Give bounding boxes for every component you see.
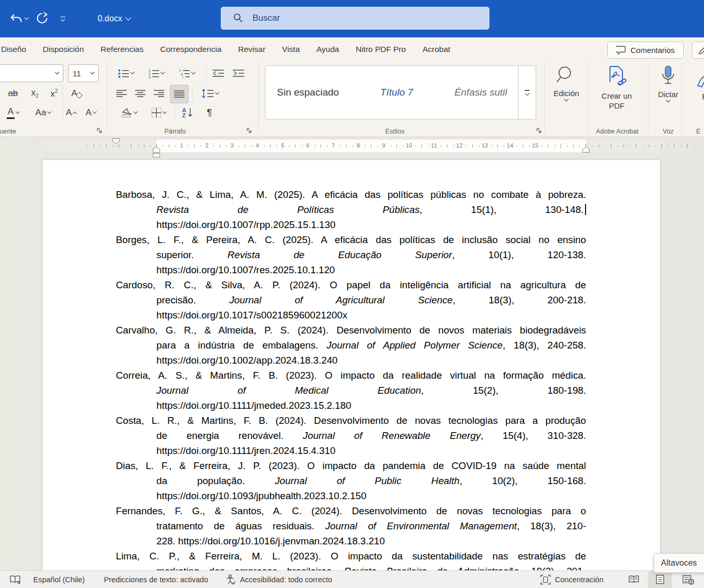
editing-menu-label: Edición	[553, 89, 579, 98]
bullets-icon	[118, 68, 129, 78]
grow-font-button[interactable]: A	[62, 103, 80, 122]
tab-nitro-pdf-pro[interactable]: Nitro PDF Pro	[348, 37, 414, 61]
web-layout-button[interactable]	[675, 571, 701, 588]
reference-line: Cardoso, R. C., & Silva, A. P. (2024). O…	[116, 277, 586, 292]
multilevel-chevron-icon[interactable]	[191, 70, 195, 74]
accessibility-status[interactable]: Accesibilidad: todo correcto	[225, 571, 332, 588]
align-center-button[interactable]	[132, 85, 148, 102]
underline-chevron-icon[interactable]	[16, 110, 20, 114]
style-sin-espaciado[interactable]: Sin espaciado	[277, 87, 339, 98]
increase-indent-button[interactable]	[230, 64, 247, 82]
tab-disposición[interactable]: Disposición	[34, 37, 92, 61]
text-effects-button[interactable]: A	[66, 85, 87, 102]
strikethrough-button[interactable]: ab	[2, 85, 24, 102]
tab-revisar[interactable]: Revisar	[230, 37, 274, 61]
reference-line: para a indústria de embalagens. Journal …	[116, 338, 586, 353]
ruler-number: 1	[180, 142, 183, 149]
justify-button[interactable]	[170, 85, 189, 103]
group-separator	[648, 63, 648, 133]
microphone-icon	[660, 65, 676, 88]
tab-diseño[interactable]: Diseño	[0, 37, 34, 61]
subscript-button[interactable]: x2	[26, 85, 44, 102]
bullets-chevron-icon[interactable]	[130, 70, 134, 74]
font-name-combobox[interactable]	[0, 64, 63, 82]
voice-group-label: Voz	[654, 128, 683, 135]
shading-button[interactable]	[115, 103, 141, 122]
left-indent-marker[interactable]	[153, 153, 160, 157]
dictate-button[interactable]: Dictar	[654, 65, 683, 102]
style-énfasis-sutil[interactable]: Énfasis sutil	[455, 87, 507, 98]
create-pdf-label: Crear un PDF	[600, 91, 633, 111]
language-status[interactable]: Español (Chile)	[33, 571, 85, 588]
quick-access-toolbar-button[interactable]	[60, 17, 65, 21]
comment-icon	[616, 46, 626, 55]
text-predictions-status[interactable]: Predicciones de texto: activado	[104, 571, 208, 588]
underline-button[interactable]: A	[0, 103, 26, 122]
decrease-indent-button[interactable]	[210, 64, 227, 82]
web-layout-icon	[682, 574, 695, 585]
search-icon	[233, 13, 243, 23]
tab-referencias[interactable]: Referencias	[92, 37, 152, 61]
borders-chevron-icon[interactable]	[162, 110, 166, 114]
svg-text:3: 3	[149, 75, 151, 78]
superscript-button[interactable]: x2	[45, 85, 63, 102]
font-size-combobox[interactable]: 11	[68, 64, 99, 82]
multilevel-list-button[interactable]: 1ai	[172, 64, 201, 82]
style-gallery-more-button[interactable]	[518, 66, 536, 119]
ruler-number: 9	[382, 142, 385, 149]
reference-line: Revista de Políticas Públicas, 15(1), 13…	[116, 202, 586, 217]
line-spacing-chevron-icon[interactable]	[215, 90, 219, 95]
paragraph-dialog-launcher[interactable]	[246, 128, 252, 133]
document-page[interactable]: Barbosa, J. C., & Lima, A. M. (2025). A …	[43, 160, 660, 570]
numbering-button[interactable]: 123	[142, 64, 169, 82]
document-title-menu[interactable]: 0.docx	[98, 0, 130, 37]
reference-line: marketing das empresas brasileiras. Revi…	[116, 564, 586, 570]
change-case-button[interactable]: Aa	[30, 103, 56, 122]
tab-correspondencia[interactable]: Correspondencia	[152, 37, 230, 61]
editing-menu-button[interactable]: Edición	[548, 65, 585, 101]
superscript-icon: x2	[50, 88, 58, 99]
print-layout-button[interactable]	[648, 571, 672, 588]
ruler-number: 12	[456, 142, 463, 149]
redo-button[interactable]	[35, 12, 49, 25]
editor-button[interactable]: E	[694, 65, 704, 101]
line-spacing-button[interactable]	[196, 85, 223, 102]
sort-button[interactable]: AZ	[178, 103, 197, 122]
style-título-7[interactable]: Título 7	[380, 87, 413, 98]
reference-line: https://doi.org/10.1007/res.2025.10.1.12…	[116, 262, 586, 277]
tab-acrobat[interactable]: Acrobat	[414, 37, 458, 61]
shrink-font-button[interactable]: A	[82, 103, 100, 122]
change-case-chevron-icon[interactable]	[47, 110, 51, 114]
reference-line: https://doi.org/10.1017/s002185960021200…	[116, 308, 586, 323]
numbering-chevron-icon[interactable]	[160, 70, 164, 74]
reference-line: https://doi.org/10.1007/rpp.2025.15.1.13…	[116, 217, 586, 232]
focus-mode-button[interactable]: Concentración	[540, 571, 604, 588]
search-input[interactable]	[251, 12, 461, 24]
undo-dropdown-chevron-icon[interactable]	[24, 16, 29, 20]
editing-mode-button[interactable]	[692, 42, 704, 59]
undo-button[interactable]	[9, 12, 28, 25]
ruler-number: 7	[331, 142, 335, 149]
ruler-number: 6	[306, 142, 309, 149]
create-pdf-button[interactable]: Crear un PDF	[590, 65, 643, 111]
proofing-status-button[interactable]	[9, 571, 22, 588]
horizontal-ruler[interactable]: 123456789101112131415	[0, 137, 704, 160]
increase-indent-icon	[232, 69, 245, 78]
align-left-button[interactable]	[114, 85, 129, 102]
styles-dialog-launcher[interactable]	[536, 128, 542, 133]
align-right-button[interactable]	[151, 85, 167, 102]
tab-vista[interactable]: Vista	[274, 37, 308, 61]
comments-button[interactable]: Comentarios	[607, 42, 684, 59]
references[interactable]: Barbosa, J. C., & Lima, A. M. (2025). A …	[116, 187, 586, 570]
bullets-button[interactable]	[112, 64, 139, 82]
search-box[interactable]	[221, 7, 489, 30]
shading-chevron-icon[interactable]	[133, 110, 137, 114]
show-paragraph-marks-button[interactable]: ¶	[202, 103, 217, 122]
borders-button[interactable]	[145, 103, 171, 122]
editor-group-label: E	[696, 128, 700, 135]
font-dialog-launcher[interactable]	[97, 128, 102, 133]
reference-line: Barbosa, J. C., & Lima, A. M. (2025). A …	[116, 187, 586, 202]
group-separator	[587, 63, 588, 133]
tab-ayuda[interactable]: Ayuda	[308, 37, 348, 61]
read-mode-button[interactable]	[623, 571, 644, 588]
